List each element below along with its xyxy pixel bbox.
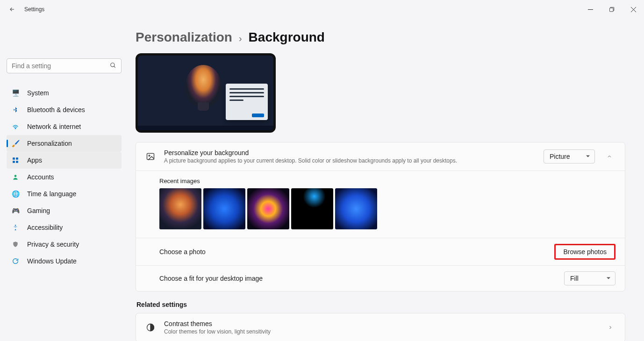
search-icon bbox=[110, 62, 116, 70]
preview-sample-window bbox=[226, 84, 268, 120]
choose-photo-label: Choose a photo bbox=[159, 248, 206, 256]
chevron-right-icon bbox=[605, 322, 615, 333]
maximize-button[interactable] bbox=[601, 0, 623, 19]
sidebar-item-label: Network & internet bbox=[27, 123, 81, 130]
update-icon bbox=[11, 257, 20, 265]
picture-icon bbox=[145, 151, 156, 162]
display-icon: 🖥️ bbox=[11, 89, 20, 97]
sidebar-item-label: System bbox=[27, 89, 49, 97]
choose-fit-label: Choose a fit for your desktop image bbox=[159, 275, 263, 282]
sidebar-item-label: Bluetooth & devices bbox=[27, 106, 85, 114]
svg-point-7 bbox=[15, 128, 16, 129]
sidebar-item-label: Accounts bbox=[27, 173, 54, 181]
shield-icon bbox=[11, 240, 20, 249]
window-controls bbox=[580, 0, 644, 19]
titlebar: Settings bbox=[0, 0, 644, 19]
search-box[interactable] bbox=[7, 58, 122, 73]
svg-point-5 bbox=[111, 63, 114, 66]
sidebar-item-label: Accessibility bbox=[27, 224, 63, 231]
sidebar-item-network[interactable]: Network & internet bbox=[7, 118, 122, 135]
contrast-themes-row[interactable]: Contrast themes Color themes for low vis… bbox=[136, 313, 625, 341]
svg-point-13 bbox=[15, 225, 16, 226]
back-button[interactable] bbox=[6, 3, 19, 16]
svg-rect-14 bbox=[147, 153, 154, 159]
sidebar-item-label: Time & language bbox=[27, 190, 76, 198]
sidebar-item-personalization[interactable]: 🖌️ Personalization bbox=[7, 135, 122, 152]
apps-icon bbox=[11, 156, 20, 164]
sidebar-item-label: Windows Update bbox=[27, 257, 77, 265]
recent-image-thumb[interactable] bbox=[291, 188, 333, 229]
sidebar-item-privacy[interactable]: Privacy & security bbox=[7, 236, 122, 253]
recent-images-thumbs bbox=[159, 188, 615, 229]
svg-rect-11 bbox=[16, 161, 18, 163]
sidebar-item-windows-update[interactable]: Windows Update bbox=[7, 253, 122, 270]
sidebar-item-system[interactable]: 🖥️ System bbox=[7, 85, 122, 101]
desktop-preview bbox=[136, 53, 276, 133]
sidebar: 🖥️ System Bluetooth & devices Network & … bbox=[0, 19, 126, 341]
svg-rect-10 bbox=[13, 161, 15, 163]
sidebar-item-time-language[interactable]: 🌐 Time & language bbox=[7, 185, 122, 202]
svg-line-6 bbox=[114, 66, 115, 67]
svg-rect-8 bbox=[13, 157, 15, 160]
svg-rect-9 bbox=[16, 157, 18, 160]
browse-photos-button[interactable]: Browse photos bbox=[562, 247, 608, 256]
recent-image-thumb[interactable] bbox=[159, 188, 201, 229]
related-settings-header: Related settings bbox=[136, 301, 625, 308]
breadcrumb-parent[interactable]: Personalization bbox=[136, 30, 232, 45]
background-type-dropdown[interactable]: Picture bbox=[544, 149, 595, 163]
sidebar-nav: 🖥️ System Bluetooth & devices Network & … bbox=[7, 85, 122, 270]
recent-image-thumb[interactable] bbox=[203, 188, 245, 229]
sidebar-item-accessibility[interactable]: Accessibility bbox=[7, 219, 122, 236]
preview-taskbar bbox=[138, 126, 273, 130]
choose-fit-row: Choose a fit for your desktop image Fill bbox=[136, 266, 625, 291]
main-content: Personalization › Background Personalize… bbox=[126, 19, 644, 341]
sidebar-item-gaming[interactable]: 🎮 Gaming bbox=[7, 202, 122, 219]
breadcrumb-current: Background bbox=[249, 30, 325, 45]
person-icon bbox=[11, 173, 20, 181]
recent-images-section: Recent images bbox=[136, 171, 625, 238]
chevron-right-icon: › bbox=[239, 33, 242, 44]
personalize-subtitle: A picture background applies to your cur… bbox=[164, 157, 535, 164]
sidebar-item-bluetooth[interactable]: Bluetooth & devices bbox=[7, 101, 122, 118]
sidebar-item-label: Privacy & security bbox=[27, 241, 79, 248]
sidebar-item-apps[interactable]: Apps bbox=[7, 152, 122, 169]
bluetooth-icon bbox=[11, 106, 20, 114]
wifi-icon bbox=[11, 122, 20, 131]
contrast-icon bbox=[145, 322, 156, 333]
paintbrush-icon: 🖌️ bbox=[11, 139, 20, 148]
svg-point-15 bbox=[149, 155, 150, 156]
recent-image-thumb[interactable] bbox=[247, 188, 289, 229]
close-button[interactable] bbox=[623, 0, 644, 19]
personalize-title: Personalize your background bbox=[164, 149, 535, 156]
related-settings-card: Contrast themes Color themes for low vis… bbox=[136, 313, 625, 341]
chevron-up-icon[interactable] bbox=[603, 150, 615, 163]
contrast-themes-title: Contrast themes bbox=[164, 320, 597, 327]
window-title: Settings bbox=[24, 6, 44, 13]
svg-point-12 bbox=[14, 175, 17, 177]
minimize-button[interactable] bbox=[580, 0, 601, 19]
recent-images-label: Recent images bbox=[159, 178, 615, 185]
sidebar-item-accounts[interactable]: Accounts bbox=[7, 169, 122, 185]
sidebar-item-label: Gaming bbox=[27, 207, 50, 214]
preview-wallpaper-art bbox=[185, 65, 222, 107]
svg-rect-2 bbox=[609, 8, 613, 12]
globe-clock-icon: 🌐 bbox=[11, 190, 20, 198]
recent-image-thumb[interactable] bbox=[335, 188, 377, 229]
sidebar-item-label: Personalization bbox=[27, 140, 72, 147]
search-input[interactable] bbox=[12, 62, 110, 70]
browse-photos-button-highlight: Browse photos bbox=[554, 244, 615, 260]
gamepad-icon: 🎮 bbox=[11, 206, 20, 215]
fit-dropdown[interactable]: Fill bbox=[564, 271, 615, 285]
breadcrumb: Personalization › Background bbox=[136, 28, 625, 45]
personalize-background-row[interactable]: Personalize your background A picture ba… bbox=[136, 142, 625, 171]
contrast-themes-subtitle: Color themes for low vision, light sensi… bbox=[164, 328, 597, 335]
accessibility-icon bbox=[11, 223, 20, 232]
choose-photo-row: Choose a photo Browse photos bbox=[136, 238, 625, 266]
sidebar-item-label: Apps bbox=[27, 156, 42, 164]
background-settings-card: Personalize your background A picture ba… bbox=[136, 142, 625, 291]
